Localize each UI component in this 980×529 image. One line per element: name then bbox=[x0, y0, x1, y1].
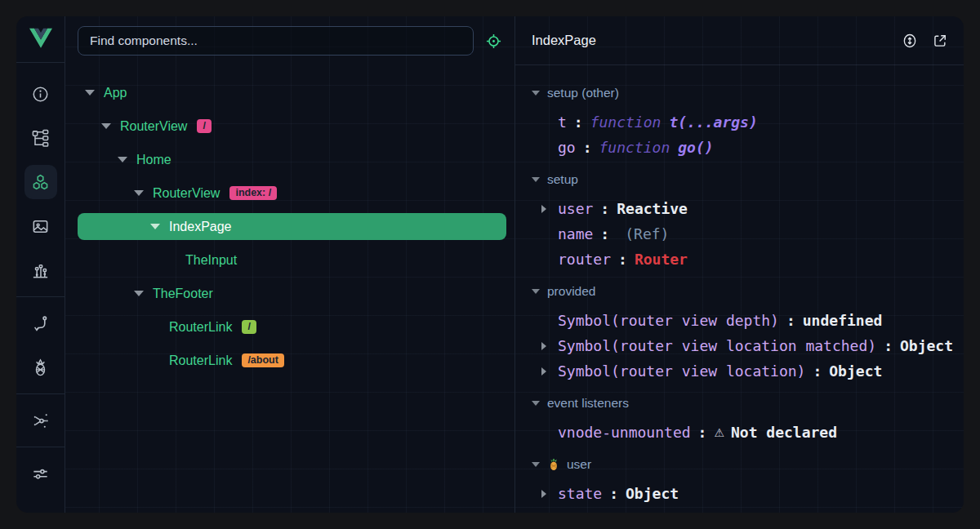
section-header[interactable]: setup (other) bbox=[532, 84, 964, 102]
component-tree: AppRouterView/HomeRouterViewindex: /Inde… bbox=[65, 79, 514, 374]
tree-item-app[interactable]: App bbox=[78, 79, 506, 106]
function-keyword: function bbox=[590, 113, 662, 131]
colon: : bbox=[574, 113, 583, 131]
expand-icon[interactable] bbox=[131, 291, 153, 296]
expand-icon[interactable] bbox=[148, 224, 169, 229]
chevron-down-icon bbox=[134, 190, 144, 196]
state-entry: router:Router bbox=[532, 247, 964, 272]
state-entry: vnode-unmounted:⚠Not declared bbox=[532, 420, 964, 445]
timeline-icon[interactable] bbox=[24, 248, 57, 292]
state-entry[interactable]: Symbol(router view location):Object bbox=[532, 358, 964, 384]
pinia-icon[interactable] bbox=[24, 345, 57, 389]
state-key: vnode-unmounted bbox=[558, 424, 691, 441]
section-label: event listeners bbox=[547, 396, 629, 411]
state-value: undefined bbox=[803, 312, 883, 329]
tree-item-routerview[interactable]: RouterView/ bbox=[78, 113, 506, 140]
inspector-panel: IndexPage setup (other)t:functio bbox=[514, 16, 964, 513]
chevron-down-icon bbox=[150, 224, 160, 229]
colon: : bbox=[813, 362, 822, 380]
expand-icon[interactable] bbox=[541, 367, 558, 376]
expand-icon[interactable] bbox=[82, 90, 104, 96]
tree-item-routerview[interactable]: RouterViewindex: / bbox=[78, 180, 506, 207]
inspector-section: providedSymbol(router view depth):undefi… bbox=[532, 282, 964, 384]
tree-item-theinput[interactable]: TheInput bbox=[78, 247, 506, 273]
state-value: Object bbox=[900, 337, 953, 354]
state-key: Symbol(router view location matched) bbox=[558, 337, 876, 354]
section-label: setup (other) bbox=[547, 86, 619, 100]
expand-icon[interactable] bbox=[541, 205, 558, 213]
select-component-target-icon[interactable] bbox=[483, 31, 503, 51]
chevron-right-icon bbox=[541, 205, 546, 213]
info-icon[interactable] bbox=[24, 72, 57, 116]
scroll-to-component-icon[interactable] bbox=[901, 32, 919, 50]
state-entry[interactable]: getters:Object bbox=[532, 506, 964, 513]
state-value: (Ref) bbox=[625, 225, 669, 242]
section-header[interactable]: provided bbox=[532, 282, 964, 300]
section-header[interactable]: user bbox=[532, 456, 964, 473]
sidebar-divider bbox=[16, 296, 65, 297]
devtools-window: AppRouterView/HomeRouterViewindex: /Inde… bbox=[16, 16, 964, 513]
inspector-header: IndexPage bbox=[515, 16, 964, 65]
route-badge: index: / bbox=[229, 186, 277, 201]
expand-icon[interactable] bbox=[131, 190, 153, 196]
chevron-down-icon bbox=[101, 123, 111, 129]
warning-icon: ⚠ bbox=[714, 426, 724, 439]
inspector-section: setup (other)t:functiont(...args)go:func… bbox=[532, 84, 964, 160]
state-key: t bbox=[558, 113, 567, 131]
chevron-right-icon bbox=[541, 490, 546, 498]
tree-item-home[interactable]: Home bbox=[78, 146, 506, 173]
state-value: Reactive bbox=[617, 200, 688, 217]
tree-item-routerlink[interactable]: RouterLink/about bbox=[78, 347, 506, 374]
colon: : bbox=[600, 200, 609, 217]
settings-icon[interactable] bbox=[24, 451, 57, 496]
state-entry[interactable]: user:Reactive bbox=[532, 196, 964, 221]
colon: : bbox=[627, 510, 636, 513]
state-value: Object bbox=[829, 362, 882, 380]
state-value: Object bbox=[644, 510, 697, 513]
component-name: Home bbox=[136, 153, 172, 167]
vue-logo[interactable] bbox=[16, 16, 65, 63]
component-tree-icon[interactable] bbox=[24, 116, 57, 160]
inspector-body: setup (other)t:functiont(...args)go:func… bbox=[515, 65, 964, 513]
expand-icon[interactable] bbox=[541, 342, 558, 350]
state-entry: name:(Ref) bbox=[532, 221, 964, 247]
chevron-down-icon bbox=[134, 291, 144, 296]
function-keyword: function bbox=[599, 139, 670, 156]
open-in-editor-icon[interactable] bbox=[931, 32, 949, 50]
tree-item-indexpage[interactable]: IndexPage bbox=[78, 213, 506, 240]
section-header[interactable]: event listeners bbox=[532, 394, 964, 412]
state-entry[interactable]: state:Object bbox=[532, 481, 964, 506]
colon: : bbox=[618, 251, 627, 268]
chevron-right-icon bbox=[541, 367, 546, 376]
section-header[interactable]: setup bbox=[532, 171, 964, 189]
component-name: App bbox=[104, 86, 127, 100]
state-key: router bbox=[558, 251, 611, 268]
state-entry[interactable]: Symbol(router view location matched):Obj… bbox=[532, 333, 964, 358]
components-icon[interactable] bbox=[24, 160, 57, 204]
expand-icon[interactable] bbox=[541, 490, 558, 498]
tree-item-routerlink[interactable]: RouterLink/ bbox=[78, 313, 506, 340]
state-entry: t:functiont(...args) bbox=[532, 109, 964, 135]
assets-icon[interactable] bbox=[24, 204, 57, 248]
expand-icon[interactable] bbox=[115, 157, 136, 162]
chevron-down-icon bbox=[532, 462, 540, 467]
search-row bbox=[65, 16, 514, 56]
expand-icon[interactable] bbox=[99, 123, 120, 129]
chevron-down-icon bbox=[532, 91, 540, 96]
component-name: RouterView bbox=[120, 119, 187, 134]
sidebar-divider bbox=[16, 393, 65, 394]
search-input[interactable] bbox=[78, 26, 474, 56]
state-value: Object bbox=[626, 485, 679, 502]
state-entry: Symbol(router view depth):undefined bbox=[532, 308, 964, 333]
inspector-actions bbox=[901, 32, 949, 50]
router-icon[interactable] bbox=[24, 301, 57, 345]
tree-item-thefooter[interactable]: TheFooter bbox=[78, 280, 506, 307]
state-key: Symbol(router view location) bbox=[558, 362, 805, 380]
function-signature: go() bbox=[678, 139, 713, 156]
chevron-down-icon bbox=[118, 157, 127, 162]
graph-icon[interactable] bbox=[24, 398, 57, 442]
route-badge: /about bbox=[242, 353, 284, 368]
sidebar bbox=[16, 16, 65, 513]
state-value: Router bbox=[635, 251, 688, 268]
state-key: getters bbox=[558, 510, 620, 513]
